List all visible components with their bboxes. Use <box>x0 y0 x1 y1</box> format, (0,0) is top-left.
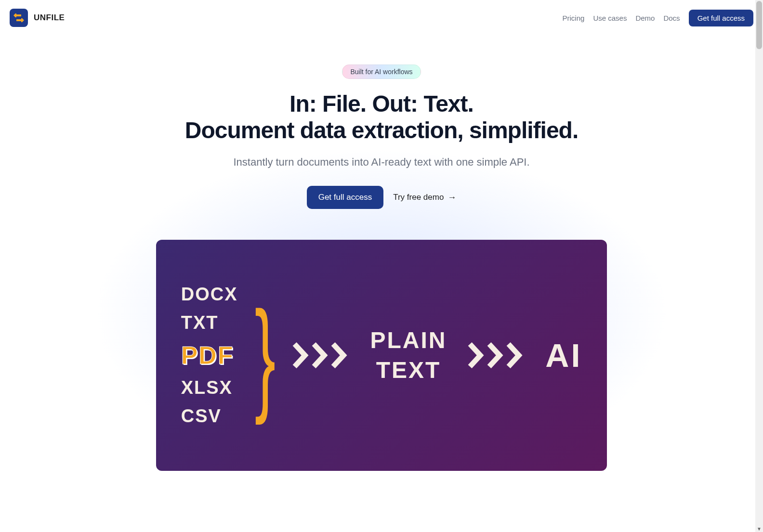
hero-title-line2: Document data extraction, simplified. <box>185 117 579 143</box>
brace-icon: } <box>255 305 276 405</box>
nav-link-pricing[interactable]: Pricing <box>563 14 585 22</box>
hero-badge: Built for AI workflows <box>342 65 421 79</box>
hero-title-line1: In: File. Out: Text. <box>289 91 474 117</box>
hero-subtitle: Instantly turn documents into AI-ready t… <box>0 156 763 169</box>
file-type-pdf: PDF <box>181 341 238 370</box>
nav-link-demo[interactable]: Demo <box>635 14 655 22</box>
logo-icon <box>10 9 28 27</box>
plain-text-line2: TEXT <box>376 357 441 383</box>
nav-link-docs[interactable]: Docs <box>663 14 680 22</box>
file-type-csv: CSV <box>181 406 238 427</box>
file-type-txt: TXT <box>181 312 238 333</box>
chevrons-icon-1 <box>292 342 349 368</box>
hero-primary-button[interactable]: Get full access <box>307 186 384 209</box>
hero-illustration: DOCX TXT PDF XLSX CSV } PLAIN TEXT AI <box>156 240 607 471</box>
plain-text-label: PLAIN TEXT <box>370 325 447 386</box>
hero-actions: Get full access Try free demo → <box>0 186 763 209</box>
hero-section: Built for AI workflows In: File. Out: Te… <box>0 36 763 209</box>
hero-secondary-label: Try free demo <box>393 193 444 202</box>
ai-label: AI <box>545 337 582 374</box>
hero-title: In: File. Out: Text. Document data extra… <box>0 91 763 143</box>
brand-name: UNFILE <box>34 13 65 23</box>
nav-brand[interactable]: UNFILE <box>10 9 65 27</box>
plain-text-line1: PLAIN <box>370 327 447 353</box>
file-type-docx: DOCX <box>181 284 238 305</box>
nav-cta-button[interactable]: Get full access <box>689 10 753 26</box>
arrow-right-icon: → <box>447 193 456 203</box>
nav-links: Pricing Use cases Demo Docs Get full acc… <box>563 10 753 26</box>
file-types-list: DOCX TXT PDF XLSX CSV <box>181 284 238 427</box>
file-type-xlsx: XLSX <box>181 377 238 398</box>
nav-link-use-cases[interactable]: Use cases <box>593 14 627 22</box>
top-nav: UNFILE Pricing Use cases Demo Docs Get f… <box>0 0 763 36</box>
hero-secondary-button[interactable]: Try free demo → <box>393 193 456 203</box>
chevrons-icon-2 <box>468 342 525 368</box>
